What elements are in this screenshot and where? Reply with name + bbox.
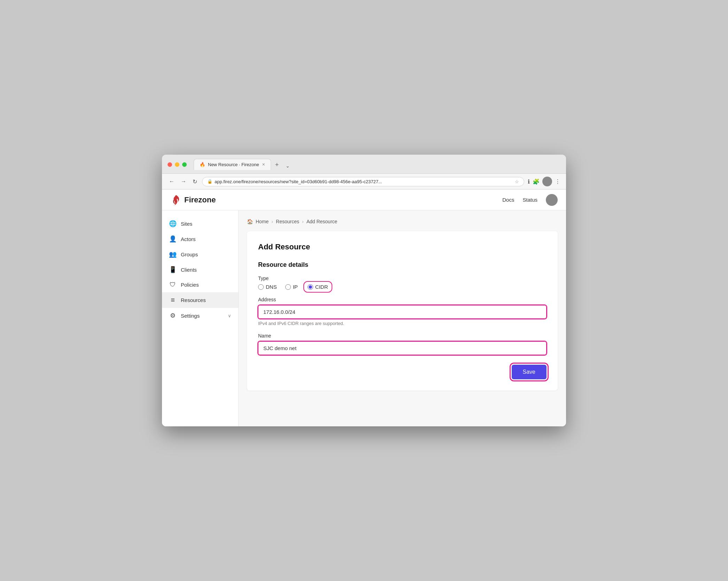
sidebar-item-actors[interactable]: 👤 Actors <box>162 231 238 247</box>
new-tab-button[interactable]: + <box>272 160 282 170</box>
forward-button[interactable]: → <box>179 178 188 185</box>
app-name: Firezone <box>184 195 216 204</box>
mobile-icon: 📱 <box>169 266 177 273</box>
browser-menu-button[interactable]: ⋮ <box>555 178 560 185</box>
app-header: Firezone Docs Status <box>162 189 566 210</box>
app-container: Firezone Docs Status 🌐 Sites 👤 Actors <box>162 189 566 426</box>
active-tab[interactable]: 🔥 New Resource · Firezone ✕ <box>194 159 271 170</box>
back-button[interactable]: ← <box>168 178 176 185</box>
tab-close-button[interactable]: ✕ <box>262 162 265 167</box>
sidebar-label-settings: Settings <box>181 313 224 319</box>
sidebar: 🌐 Sites 👤 Actors 👥 Groups 📱 Clients 🛡 <box>162 210 239 426</box>
minimize-dot[interactable] <box>175 162 179 167</box>
radio-option-cidr[interactable]: CIDR <box>306 284 330 290</box>
dns-label: DNS <box>266 284 277 290</box>
browser-titlebar: 🔥 New Resource · Firezone ✕ + ⌄ <box>162 155 566 174</box>
close-dot[interactable] <box>168 162 172 167</box>
people-icon: 👥 <box>169 250 177 258</box>
type-label: Type <box>258 276 547 281</box>
radio-ip[interactable] <box>285 284 291 290</box>
bookmark-icon[interactable]: ☆ <box>515 179 519 184</box>
address-input[interactable] <box>258 305 547 319</box>
settings-icon: ⚙ <box>169 312 177 319</box>
extensions-button[interactable]: 🧩 <box>533 178 540 185</box>
sidebar-label-groups: Groups <box>181 251 231 257</box>
ip-label: IP <box>293 284 298 290</box>
address-label: Address <box>258 297 547 302</box>
main-content: 🏠 Home › Resources › Add Resource Add Re… <box>239 210 566 426</box>
radio-option-ip[interactable]: IP <box>285 284 298 290</box>
browser-header-icons: ℹ 🧩 ⋮ <box>528 177 560 186</box>
address-form-group: Address IPv4 and IPv6 CIDR ranges are su… <box>258 297 547 326</box>
save-button[interactable]: Save <box>512 365 547 379</box>
breadcrumb: 🏠 Home › Resources › Add Resource <box>247 219 558 224</box>
maximize-dot[interactable] <box>182 162 187 167</box>
tab-title: New Resource · Firezone <box>208 162 259 167</box>
name-input[interactable] <box>258 341 547 355</box>
form-section-title: Resource details <box>258 261 547 269</box>
address-bar[interactable]: 🔒 app.firez.one/firezone/resources/new?s… <box>202 177 524 186</box>
radio-cidr[interactable] <box>308 284 313 290</box>
breadcrumb-resources[interactable]: Resources <box>276 219 299 224</box>
person-icon: 👤 <box>169 235 177 243</box>
app-body: 🌐 Sites 👤 Actors 👥 Groups 📱 Clients 🛡 <box>162 210 566 426</box>
browser-addressbar: ← → ↻ 🔒 app.firez.one/firezone/resources… <box>162 174 566 189</box>
tabs-row: 🔥 New Resource · Firezone ✕ + ⌄ <box>194 159 293 170</box>
security-icon: 🔒 <box>207 179 212 184</box>
tab-favicon: 🔥 <box>200 162 205 167</box>
globe-icon: 🌐 <box>169 220 177 227</box>
name-label: Name <box>258 333 547 339</box>
address-hint: IPv4 and IPv6 CIDR ranges are supported. <box>258 321 547 326</box>
app-logo: Firezone <box>170 194 216 206</box>
home-icon: 🏠 <box>247 219 253 224</box>
browser-user-avatar[interactable] <box>542 177 552 186</box>
breadcrumb-home[interactable]: Home <box>256 219 269 224</box>
radio-option-dns[interactable]: DNS <box>258 284 277 290</box>
form-actions: Save <box>258 365 547 379</box>
docs-link[interactable]: Docs <box>502 197 514 203</box>
header-nav-links: Docs Status <box>502 194 558 206</box>
page-title: Add Resource <box>258 242 547 251</box>
url-text: app.firez.one/firezone/resources/new?sit… <box>215 179 513 184</box>
browser-controls: 🔥 New Resource · Firezone ✕ + ⌄ <box>168 159 560 170</box>
sidebar-item-groups[interactable]: 👥 Groups <box>162 247 238 262</box>
sidebar-item-resources[interactable]: ≡ Resources <box>162 292 238 308</box>
user-avatar[interactable] <box>546 194 558 206</box>
sidebar-item-settings[interactable]: ⚙ Settings ∨ <box>162 308 238 323</box>
stack-icon: ≡ <box>169 296 177 304</box>
sidebar-label-resources: Resources <box>181 297 231 303</box>
firezone-logo-icon <box>170 194 181 206</box>
status-link[interactable]: Status <box>522 197 537 203</box>
sidebar-label-actors: Actors <box>181 236 231 242</box>
type-form-group: Type DNS IP C <box>258 276 547 290</box>
dropdown-button[interactable]: ⌄ <box>283 162 293 170</box>
sidebar-label-sites: Sites <box>181 221 231 227</box>
sidebar-item-policies[interactable]: 🛡 Policies <box>162 277 238 292</box>
info-button[interactable]: ℹ <box>528 178 530 185</box>
content-card: Add Resource Resource details Type DNS <box>247 231 558 390</box>
breadcrumb-current: Add Resource <box>307 219 338 224</box>
browser-window: 🔥 New Resource · Firezone ✕ + ⌄ ← → ↻ 🔒 … <box>162 155 566 426</box>
type-radio-group: DNS IP CIDR <box>258 284 547 290</box>
sidebar-label-policies: Policies <box>181 282 231 288</box>
shield-icon: 🛡 <box>169 281 177 288</box>
radio-dns[interactable] <box>258 284 264 290</box>
sidebar-item-clients[interactable]: 📱 Clients <box>162 262 238 277</box>
cidr-label: CIDR <box>315 284 328 290</box>
name-form-group: Name <box>258 333 547 355</box>
refresh-button[interactable]: ↻ <box>191 178 199 186</box>
sidebar-label-clients: Clients <box>181 267 231 273</box>
settings-chevron-icon: ∨ <box>228 313 231 318</box>
sidebar-item-sites[interactable]: 🌐 Sites <box>162 216 238 231</box>
